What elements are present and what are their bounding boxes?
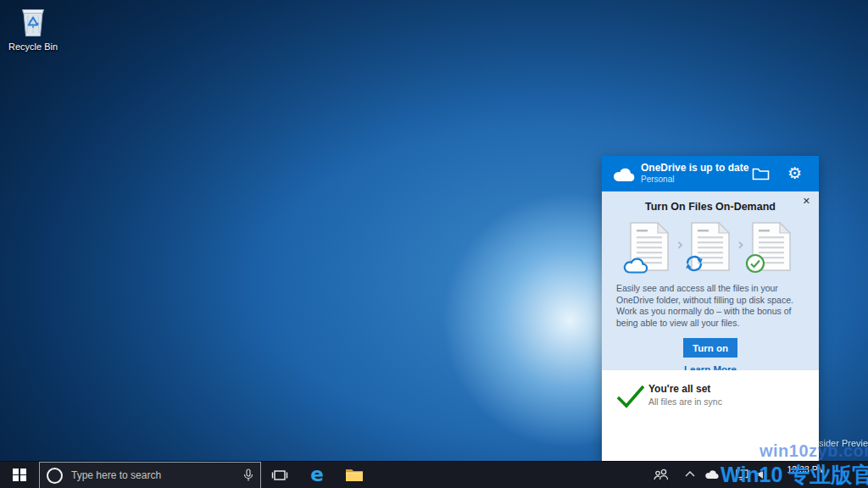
clock-time: 12:33 PM xyxy=(782,464,831,474)
promo-description: Easily see and access all the files in y… xyxy=(616,283,805,329)
task-view-icon xyxy=(271,469,288,482)
syncing-file-icon xyxy=(691,222,730,271)
show-hidden-icons-chevron[interactable] xyxy=(685,471,695,477)
file-explorer-button[interactable] xyxy=(336,462,373,488)
cloud-file-icon xyxy=(630,222,669,271)
task-view-button[interactable] xyxy=(261,462,298,488)
recycle-bin-icon xyxy=(19,5,47,37)
search-input[interactable] xyxy=(70,469,236,482)
volume-tray-icon[interactable] xyxy=(756,469,768,480)
onedrive-tray-icon[interactable] xyxy=(704,469,721,480)
taskbar-clock[interactable]: 12:33 PM xyxy=(782,464,831,474)
all-set-subtitle: All files are in sync xyxy=(648,396,722,407)
settings-gear-button[interactable]: ⚙ xyxy=(787,163,802,183)
recycle-bin-shortcut[interactable]: Recycle Bin xyxy=(5,5,61,52)
recycle-bin-label: Recycle Bin xyxy=(5,42,61,52)
start-button[interactable] xyxy=(0,462,39,488)
site-url-watermark: win10zyb.com xyxy=(760,441,868,461)
onedrive-account-label: Personal xyxy=(641,174,748,186)
taskbar-search-box[interactable] xyxy=(39,462,261,488)
onedrive-header: OneDrive is up to date Personal ⚙ xyxy=(602,156,819,191)
windows-logo-icon xyxy=(13,469,26,482)
promo-title: Turn On Files On-Demand xyxy=(602,191,819,213)
file-explorer-icon xyxy=(345,468,364,482)
close-icon[interactable]: ✕ xyxy=(801,194,812,208)
onedrive-status-title: OneDrive is up to date xyxy=(641,162,748,174)
cortana-icon xyxy=(47,468,63,484)
cloud-badge-icon xyxy=(623,258,648,274)
people-icon[interactable] xyxy=(653,469,670,480)
display-tray-icon[interactable] xyxy=(736,469,748,480)
screen: Recycle Bin sider Preview OneDrive is up… xyxy=(0,0,868,488)
open-folder-button[interactable] xyxy=(752,166,770,180)
all-set-title: You're all set xyxy=(648,383,710,395)
onedrive-cloud-icon xyxy=(612,167,637,182)
edge-icon: e xyxy=(310,465,324,485)
edge-browser-button[interactable]: e xyxy=(298,462,336,488)
chevron-right-icon: › xyxy=(676,235,683,258)
files-on-demand-promo: ✕ Turn On Files On-Demand xyxy=(602,191,819,370)
onedrive-flyout: OneDrive is up to date Personal ⚙ ✕ Turn… xyxy=(602,156,819,461)
synced-file-icon xyxy=(752,222,791,271)
check-badge-icon xyxy=(745,253,765,274)
taskbar: e xyxy=(0,461,868,488)
files-illustration: › xyxy=(602,222,819,271)
chevron-right-icon: › xyxy=(737,235,744,258)
green-check-icon xyxy=(615,384,646,409)
turn-on-button[interactable]: Turn on xyxy=(683,338,737,358)
microphone-icon[interactable] xyxy=(243,469,253,482)
sync-badge-icon xyxy=(684,253,704,274)
